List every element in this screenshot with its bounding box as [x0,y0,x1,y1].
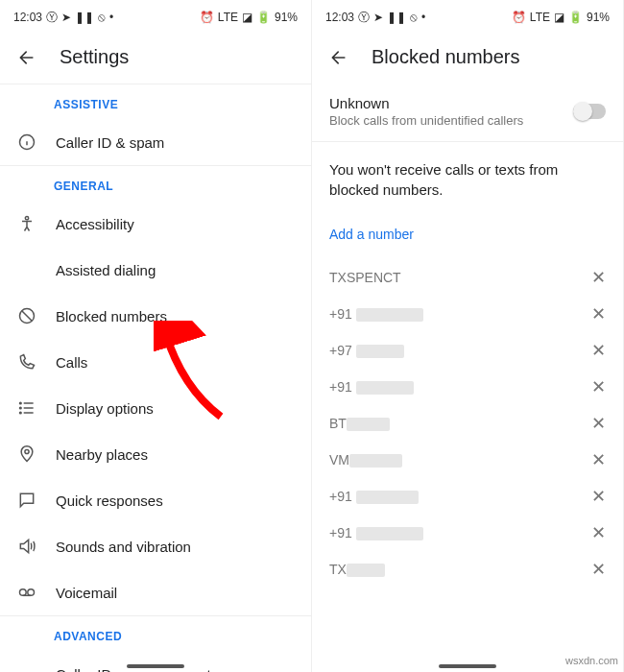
blocked-item: +91 ✕ [312,296,623,332]
whatsapp-icon: Ⓨ [358,12,370,23]
pin-icon [17,444,36,464]
item-blocked-numbers[interactable]: Blocked numbers [0,293,311,339]
blocked-label: +91 [329,489,352,504]
blocked-label: TXSPENCT [329,270,401,285]
status-time: 12:03 [325,12,354,23]
circle-arrow-icon: ⦸ [98,12,106,23]
blocked-label: +91 [329,525,352,540]
lte-label: LTE [218,12,238,23]
section-general: GENERAL [0,166,311,201]
item-label: Display options [56,400,154,417]
dot-icon: • [109,12,113,23]
blocked-item: TX ✕ [312,551,623,588]
blocked-label: +91 [329,306,352,322]
dot-icon: • [421,12,425,23]
battery-icon: 🔋 [256,12,271,23]
blocked-item: TXSPENCT ✕ [312,259,623,296]
remove-icon[interactable]: ✕ [591,342,606,359]
item-quick-responses[interactable]: Quick responses [0,477,311,523]
blocked-label: TX [329,562,347,577]
redacted [356,381,414,395]
blocked-label: BT [329,416,347,431]
watermark: wsxdn.com [565,655,618,666]
block-icon [17,306,36,325]
page-header: Blocked numbers [312,35,623,84]
battery-pct: 91% [587,12,610,23]
remove-icon[interactable]: ✕ [591,269,606,286]
svg-point-9 [20,402,22,404]
svg-point-12 [25,449,29,453]
blocked-item: +97 ✕ [312,332,623,369]
back-icon[interactable] [17,48,36,67]
telegram-icon: ➤ [373,12,383,23]
redacted [356,491,419,504]
battery-icon: 🔋 [568,12,583,23]
item-label: Voicemail [56,585,117,601]
settings-screen: 12:03 Ⓨ ➤ ❚❚ ⦸ • ⏰ LTE ◪ 🔋 91% Settings … [0,0,312,672]
page-title: Settings [60,46,129,68]
remove-icon[interactable]: ✕ [591,378,606,396]
section-assistive: ASSISTIVE [0,84,311,119]
blocked-label: +97 [329,343,352,358]
sound-icon [17,537,36,556]
item-caller-id-spam[interactable]: Caller ID & spam [0,119,311,165]
signal-icon: ◪ [554,12,564,23]
item-voicemail[interactable]: Voicemail [0,569,311,615]
circle-arrow-icon: ⦸ [410,12,418,23]
item-label: Calls [56,354,87,371]
redacted [356,527,423,540]
remove-icon[interactable]: ✕ [591,561,606,578]
status-bar: 12:03 Ⓨ ➤ ❚❚ ⦸ • ⏰ LTE ◪ 🔋 91% [0,0,311,35]
back-icon[interactable] [329,48,348,67]
alarm-icon: ⏰ [200,12,214,23]
page-header: Settings [0,35,311,84]
pause-icon: ❚❚ [387,12,406,23]
svg-point-10 [20,407,22,409]
svg-point-11 [20,412,22,414]
item-label: Quick responses [56,492,163,509]
unknown-toggle-row: Unknown Block calls from unidentified ca… [312,84,623,142]
remove-icon[interactable]: ✕ [591,488,606,505]
unknown-toggle[interactable] [573,104,606,119]
blocked-item: +91 ✕ [312,369,623,405]
item-calls[interactable]: Calls [0,339,311,385]
status-bar: 12:03 Ⓨ ➤ ❚❚ ⦸ • ⏰ LTE ◪ 🔋 91% [312,0,623,35]
blocked-info-text: You won't receive calls or texts from bl… [312,142,623,209]
svg-point-14 [28,589,35,596]
blocked-label: +91 [329,379,352,395]
status-time: 12:03 [13,12,42,23]
redacted [356,308,423,322]
unknown-subtitle: Block calls from unidentified callers [329,113,523,128]
item-label: Accessibility [56,216,134,232]
whatsapp-icon: Ⓨ [46,12,58,23]
svg-line-5 [22,311,32,321]
remove-icon[interactable]: ✕ [591,305,606,323]
blocked-numbers-screen: 12:03 Ⓨ ➤ ❚❚ ⦸ • ⏰ LTE ◪ 🔋 91% Blocked n… [312,0,624,672]
item-assisted-dialing[interactable]: Assisted dialing [0,247,311,293]
remove-icon[interactable]: ✕ [591,415,606,432]
blocked-item: +91 ✕ [312,515,623,551]
section-advanced: ADVANCED [0,616,311,651]
item-display-options[interactable]: Display options [0,385,311,431]
nav-handle[interactable] [127,664,184,668]
lte-label: LTE [530,12,550,23]
nav-handle[interactable] [439,664,496,668]
chat-icon [17,491,36,510]
pause-icon: ❚❚ [75,12,94,23]
list-icon [17,398,36,418]
remove-icon[interactable]: ✕ [591,524,606,541]
svg-point-13 [20,589,27,596]
item-nearby-places[interactable]: Nearby places [0,431,311,477]
blocked-item: BT ✕ [312,405,623,442]
telegram-icon: ➤ [61,12,71,23]
accessibility-icon [17,214,36,233]
blocked-item: +91 ✕ [312,478,623,515]
redacted [347,418,390,431]
unknown-title: Unknown [329,95,523,111]
item-accessibility[interactable]: Accessibility [0,201,311,247]
add-number-button[interactable]: Add a number [312,209,623,259]
item-sounds-vibration[interactable]: Sounds and vibration [0,523,311,569]
remove-icon[interactable]: ✕ [591,451,606,468]
item-callerid-announcement[interactable]: Caller ID announcement [0,651,311,672]
redacted [356,345,404,358]
